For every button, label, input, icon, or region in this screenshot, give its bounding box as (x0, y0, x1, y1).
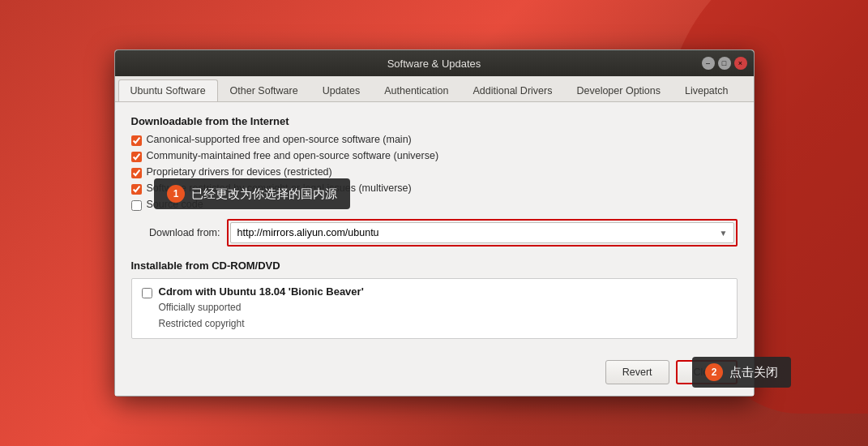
checkbox-proprietary-input[interactable] (131, 168, 142, 178)
tooltip-2: 2 点击关闭 (692, 357, 791, 388)
cdrom-checkbox-input[interactable] (142, 288, 152, 298)
tab-ubuntu-software[interactable]: Ubuntu Software (118, 79, 218, 101)
tooltip2-text: 点击关闭 (729, 365, 778, 380)
tab-content: Downloadable from the Internet Canonical… (115, 102, 754, 351)
dialog-title: Software & Updates (387, 58, 481, 70)
download-from-select[interactable]: http://mirrors.aliyun.com/ubuntu (230, 222, 734, 243)
cdrom-entry: Cdrom with Ubuntu 18.04 'Bionic Beaver' … (131, 278, 738, 338)
checkbox-community: Community-maintained free and open-sourc… (131, 150, 738, 162)
cdrom-info: Cdrom with Ubuntu 18.04 'Bionic Beaver' … (159, 285, 364, 331)
tab-additional-drivers[interactable]: Additional Drivers (460, 79, 564, 101)
cdrom-section-title: Installable from CD-ROM/DVD (131, 259, 738, 272)
checkbox-canonical-label: Canonical-supported free and open-source… (147, 134, 412, 145)
checkbox-source-input[interactable] (131, 200, 142, 211)
checkbox-canonical: Canonical-supported free and open-source… (131, 134, 738, 146)
tab-other-software[interactable]: Other Software (218, 79, 310, 101)
checkbox-community-input[interactable] (131, 152, 142, 162)
window-controls: – □ × (702, 57, 747, 70)
tab-authentication[interactable]: Authentication (372, 79, 460, 101)
cdrom-title: Cdrom with Ubuntu 18.04 'Bionic Beaver' (159, 285, 364, 298)
cdrom-row: Cdrom with Ubuntu 18.04 'Bionic Beaver' … (142, 285, 727, 331)
maximize-button[interactable]: □ (718, 57, 731, 70)
tooltip2-badge: 2 (705, 363, 723, 381)
minimize-button[interactable]: – (702, 57, 715, 70)
checkbox-community-label: Community-maintained free and open-sourc… (147, 150, 439, 161)
download-from-wrapper: http://mirrors.aliyun.com/ubuntu (227, 219, 738, 247)
checkbox-restricted-input[interactable] (131, 184, 142, 195)
tooltip1-text: 已经更改为你选择的国内源 (191, 187, 337, 202)
button-row: Revert Close (115, 352, 754, 396)
tooltip1-badge: 1 (167, 185, 185, 203)
checkbox-canonical-input[interactable] (131, 135, 142, 146)
checkbox-proprietary: Proprietary drivers for devices (restric… (131, 166, 738, 178)
tooltip-1: 1 已经更改为你选择的国内源 (154, 178, 350, 209)
download-from-row: Download from: http://mirrors.aliyun.com… (131, 219, 738, 247)
cdrom-section: Installable from CD-ROM/DVD Cdrom with U… (131, 259, 738, 338)
title-bar: Software & Updates – □ × (115, 50, 754, 76)
download-select-wrapper: http://mirrors.aliyun.com/ubuntu (230, 222, 734, 243)
window-close-button[interactable]: × (734, 57, 747, 70)
revert-button[interactable]: Revert (605, 360, 669, 384)
tab-bar: Ubuntu Software Other Software Updates A… (115, 76, 754, 102)
checkbox-proprietary-label: Proprietary drivers for devices (restric… (147, 166, 332, 178)
download-from-label: Download from: (131, 227, 220, 238)
cdrom-desc2: Restricted copyright (159, 316, 364, 332)
software-updates-dialog: Software & Updates – □ × Ubuntu Software… (114, 49, 755, 396)
cdrom-desc1: Officially supported (159, 300, 364, 315)
tab-developer-options[interactable]: Developer Options (564, 79, 673, 101)
tab-updates[interactable]: Updates (310, 79, 373, 101)
downloadable-section-title: Downloadable from the Internet (131, 115, 738, 127)
tab-livepatch[interactable]: Livepatch (673, 79, 741, 101)
